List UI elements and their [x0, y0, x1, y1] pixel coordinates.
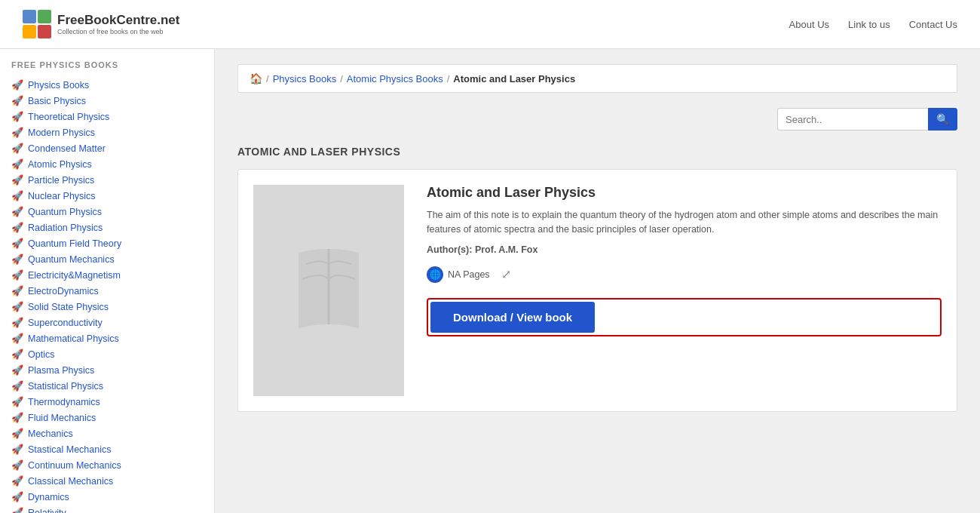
sidebar-item[interactable]: 🚀Plasma Physics [8, 362, 207, 378]
rocket-icon: 🚀 [11, 507, 23, 513]
sidebar-item[interactable]: 🚀Theoretical Physics [8, 109, 207, 124]
breadcrumb-current: Atomic and Laser Physics [453, 73, 575, 84]
sidebar-title: FREE PHYSICS BOOKS [8, 60, 207, 69]
pages-badge: 🌐 NA Pages [427, 266, 490, 283]
layout: FREE PHYSICS BOOKS 🚀Physics Books🚀Basic … [0, 49, 980, 513]
sidebar-item[interactable]: 🚀Dynamics [8, 489, 207, 505]
book-cover-icon [283, 238, 374, 343]
sidebar: FREE PHYSICS BOOKS 🚀Physics Books🚀Basic … [0, 49, 215, 513]
pages-count: NA Pages [448, 269, 490, 280]
rocket-icon: 🚀 [11, 95, 23, 106]
sidebar-item-label: Continuum Mechanics [28, 460, 121, 471]
sidebar-item-label: Basic Physics [28, 96, 86, 106]
book-card: Atomic and Laser Physics The aim of this… [237, 169, 957, 412]
sidebar-item[interactable]: 🚀Optics [8, 346, 207, 362]
share-icon[interactable]: ⤢ [501, 267, 511, 281]
breadcrumb-physics-books[interactable]: Physics Books [273, 73, 337, 84]
sidebar-item[interactable]: 🚀Stastical Mechanics [8, 441, 207, 457]
breadcrumb-sep-3: / [447, 73, 450, 84]
sidebar-item[interactable]: 🚀Basic Physics [8, 93, 207, 109]
rocket-icon: 🚀 [11, 364, 23, 376]
rocket-icon: 🚀 [11, 285, 23, 296]
nav-link-to-us[interactable]: Link to us [848, 19, 890, 30]
search-area: 🔍 [237, 108, 957, 131]
sidebar-item[interactable]: 🚀Atomic Physics [8, 156, 207, 172]
sidebar-item[interactable]: 🚀Mechanics [8, 425, 207, 441]
sidebar-item-label: Quantum Mechanics [28, 254, 115, 265]
sidebar-item-label: Superconductivity [28, 318, 103, 328]
search-button[interactable]: 🔍 [928, 108, 957, 131]
rocket-icon: 🚀 [11, 222, 23, 233]
section-title: ATOMIC AND LASER PHYSICS [237, 146, 957, 158]
rocket-icon: 🚀 [11, 111, 23, 122]
sidebar-item[interactable]: 🚀Nuclear Physics [8, 188, 207, 204]
sidebar-item-label: Plasma Physics [28, 365, 94, 376]
sidebar-item[interactable]: 🚀Superconductivity [8, 315, 207, 330]
sidebar-item[interactable]: 🚀Relativity [8, 505, 207, 513]
sidebar-item-label: Relativity [28, 508, 66, 514]
rocket-icon: 🚀 [11, 380, 23, 392]
header: FreeBookCentre.net Collection of free bo… [0, 0, 980, 49]
sidebar-item-label: Mechanics [28, 429, 73, 439]
nav-about[interactable]: About Us [789, 19, 829, 30]
rocket-icon: 🚀 [11, 491, 23, 502]
sidebar-item-label: Optics [28, 349, 54, 360]
breadcrumb: 🏠 / Physics Books / Atomic Physics Books… [237, 64, 957, 93]
sidebar-item[interactable]: 🚀Quantum Physics [8, 204, 207, 220]
nav-links: About Us Link to us Contact Us [789, 19, 957, 30]
book-cover [253, 185, 404, 396]
rocket-icon: 🚀 [11, 269, 23, 281]
sidebar-item[interactable]: 🚀Condensed Matter [8, 140, 207, 156]
breadcrumb-sep-1: / [266, 73, 269, 84]
sidebar-item[interactable]: 🚀Classical Mechanics [8, 473, 207, 489]
nav-contact[interactable]: Contact Us [909, 19, 957, 30]
sidebar-item-label: Nuclear Physics [28, 191, 96, 201]
sidebar-item[interactable]: 🚀Radiation Physics [8, 220, 207, 235]
sidebar-item[interactable]: 🚀Particle Physics [8, 172, 207, 188]
book-title: Atomic and Laser Physics [427, 185, 942, 201]
sidebar-item[interactable]: 🚀Modern Physics [8, 124, 207, 140]
sidebar-item-label: Dynamics [28, 492, 69, 502]
rocket-icon: 🚀 [11, 412, 23, 423]
sidebar-item[interactable]: 🚀Quantum Mechanics [8, 251, 207, 267]
download-button-wrapper: Download / View book [427, 298, 942, 336]
rocket-icon: 🚀 [11, 396, 23, 407]
search-input[interactable] [777, 108, 928, 131]
sidebar-item-label: Quantum Physics [28, 207, 102, 217]
rocket-icon: 🚀 [11, 143, 23, 154]
rocket-icon: 🚀 [11, 127, 23, 138]
breadcrumb-sep-2: / [340, 73, 343, 84]
sidebar-item[interactable]: 🚀Electricity&Magnetism [8, 267, 207, 283]
logo-area[interactable]: FreeBookCentre.net Collection of free bo… [23, 10, 179, 38]
sidebar-item[interactable]: 🚀Statistical Physics [8, 378, 207, 394]
rocket-icon: 🚀 [11, 475, 23, 487]
sidebar-item[interactable]: 🚀Physics Books [8, 77, 207, 93]
sidebar-item[interactable]: 🚀Continuum Mechanics [8, 457, 207, 473]
sidebar-item[interactable]: 🚀Mathematical Physics [8, 330, 207, 346]
sidebar-item-label: Modern Physics [28, 127, 95, 138]
sidebar-item-label: Mathematical Physics [28, 333, 119, 344]
sidebar-item-label: Stastical Mechanics [28, 444, 111, 455]
rocket-icon: 🚀 [11, 79, 23, 91]
download-button[interactable]: Download / View book [430, 302, 595, 333]
sidebar-item-label: Statistical Physics [28, 381, 103, 392]
sidebar-item[interactable]: 🚀Fluid Mechanics [8, 410, 207, 425]
sidebar-item[interactable]: 🚀Solid State Physics [8, 299, 207, 315]
sidebar-item[interactable]: 🚀Quantum Field Theory [8, 235, 207, 251]
breadcrumb-atomic-physics-books[interactable]: Atomic Physics Books [347, 73, 443, 84]
logo-text: FreeBookCentre.net Collection of free bo… [57, 13, 179, 35]
sidebar-item[interactable]: 🚀Thermodynamics [8, 394, 207, 410]
breadcrumb-home-icon[interactable]: 🏠 [250, 72, 262, 84]
sidebar-item-label: Particle Physics [28, 175, 94, 186]
sidebar-item-label: Electricity&Magnetism [28, 270, 121, 281]
main-content: 🏠 / Physics Books / Atomic Physics Books… [215, 49, 980, 513]
rocket-icon: 🚀 [11, 174, 23, 186]
sidebar-item-label: Quantum Field Theory [28, 238, 121, 249]
book-details: Atomic and Laser Physics The aim of this… [427, 185, 942, 396]
sidebar-item[interactable]: 🚀ElectroDynamics [8, 283, 207, 299]
sidebar-item-label: Theoretical Physics [28, 112, 109, 122]
rocket-icon: 🚀 [11, 333, 23, 344]
rocket-icon: 🚀 [11, 301, 23, 312]
rocket-icon: 🚀 [11, 349, 23, 360]
rocket-icon: 🚀 [11, 190, 23, 201]
